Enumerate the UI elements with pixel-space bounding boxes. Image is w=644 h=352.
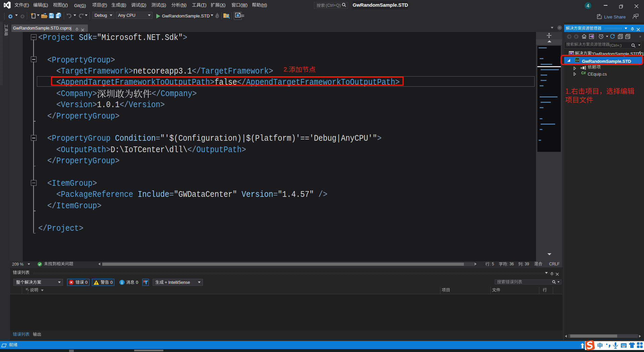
svg-text:</: </ <box>47 111 56 121</box>
svg-text:OutputPath: OutputPath <box>61 145 106 155</box>
svg-text:>: > <box>93 100 97 110</box>
svg-text:Version: Version <box>241 189 273 200</box>
svg-text:Project: Project <box>43 33 74 43</box>
svg-text:Version: Version <box>61 100 92 110</box>
svg-text:netcoreapp3.1: netcoreapp3.1 <box>133 66 192 76</box>
svg-text:PropertyGroup: PropertyGroup <box>52 55 110 65</box>
svg-text:</: </ <box>152 89 161 99</box>
svg-text:PackageReference: PackageReference <box>61 189 133 200</box>
svg-text:PropertyGroup: PropertyGroup <box>56 156 115 166</box>
svg-text:Include: Include <box>138 189 169 200</box>
svg-text:>: > <box>160 100 165 110</box>
svg-text:<: < <box>56 189 61 200</box>
svg-text:C#: C# <box>581 71 586 75</box>
svg-text:=: = <box>273 189 278 200</box>
svg-text:</: </ <box>120 100 129 110</box>
svg-text:=: = <box>156 133 160 143</box>
svg-text:1.0.1: 1.0.1 <box>97 100 119 110</box>
svg-text:</: </ <box>47 156 56 166</box>
svg-text:>: > <box>269 66 273 76</box>
svg-text:>: > <box>241 145 246 155</box>
svg-text:PropertyGroup: PropertyGroup <box>56 111 115 121</box>
svg-text:>: > <box>183 33 187 43</box>
svg-text:>: > <box>115 156 119 166</box>
svg-text:>: > <box>129 66 133 76</box>
svg-text:<: < <box>47 133 52 143</box>
svg-text:Sdk: Sdk <box>79 33 92 43</box>
svg-text:</: </ <box>187 145 197 155</box>
svg-text:</: </ <box>47 201 56 211</box>
svg-text:<: < <box>38 33 43 43</box>
svg-text:>: > <box>111 55 115 65</box>
svg-text:<: < <box>47 55 52 65</box>
svg-text:>: > <box>97 201 101 211</box>
svg-text:</: </ <box>38 223 47 233</box>
svg-text:TargetFramework: TargetFramework <box>201 66 269 76</box>
svg-text:<: < <box>56 66 61 76</box>
svg-text:Project: Project <box>47 223 79 233</box>
svg-text:>: > <box>93 89 97 99</box>
svg-text:>: > <box>115 111 119 121</box>
svg-text:>: > <box>377 133 381 143</box>
svg-text:"'$(Configuration)|$(Platform): "'$(Configuration)|$(Platform)'=='Debug|… <box>160 133 377 143</box>
svg-text:OutputPath: OutputPath <box>197 145 242 155</box>
svg-text:<: < <box>56 145 61 155</box>
svg-text:>: > <box>106 145 110 155</box>
svg-text:ItemGroup: ItemGroup <box>56 201 97 211</box>
svg-text:>: > <box>93 178 97 188</box>
svg-text:PropertyGroup: PropertyGroup <box>52 133 110 143</box>
svg-text:ItemGroup: ItemGroup <box>52 178 92 188</box>
svg-text:Version: Version <box>129 100 160 110</box>
svg-text:"1.4.57": "1.4.57" <box>278 189 314 200</box>
svg-text:>: > <box>193 89 197 99</box>
svg-text:D:\IoTCenter\dll\: D:\IoTCenter\dll\ <box>111 145 187 155</box>
svg-text:=: = <box>93 33 97 43</box>
svg-text:Condition: Condition <box>115 133 156 143</box>
svg-text:/>: /> <box>318 189 327 200</box>
svg-text:Company: Company <box>61 89 92 99</box>
svg-text:>: > <box>79 223 83 233</box>
svg-text:"Microsoft.NET.Sdk": "Microsoft.NET.Sdk" <box>97 33 183 43</box>
svg-text:</: </ <box>192 66 201 76</box>
svg-text:Company: Company <box>161 89 192 99</box>
svg-text:TargetFramework: TargetFramework <box>61 66 128 76</box>
svg-text:<: < <box>56 100 61 110</box>
svg-text:<: < <box>56 89 61 99</box>
svg-text:=: = <box>169 189 174 200</box>
svg-text:<: < <box>47 178 52 188</box>
svg-text:"GWDataCenter": "GWDataCenter" <box>174 189 237 200</box>
